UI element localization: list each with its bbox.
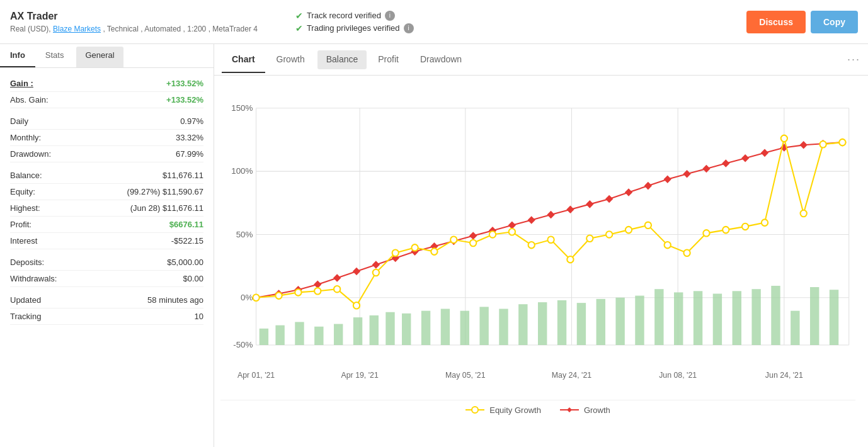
- svg-point-91: [334, 286, 340, 292]
- svg-point-99: [489, 231, 496, 237]
- info-icon-1[interactable]: i: [385, 11, 395, 21]
- svg-point-98: [470, 240, 476, 246]
- svg-rect-49: [713, 293, 722, 345]
- svg-point-104: [586, 235, 593, 241]
- svg-rect-25: [260, 329, 268, 345]
- daily-label: Daily: [10, 116, 28, 126]
- abs-gain-label: Abs. Gain:: [10, 95, 49, 105]
- verify-trading: ✔ Trading privileges verified i: [295, 23, 746, 33]
- svg-text:0%: 0%: [241, 293, 253, 302]
- svg-point-116: [819, 141, 826, 147]
- svg-rect-40: [538, 302, 547, 345]
- stat-deposits: Deposits: $5,000.00: [10, 254, 203, 271]
- left-tabs: Info Stats General: [0, 44, 214, 68]
- svg-rect-38: [499, 309, 508, 345]
- svg-point-90: [314, 288, 321, 294]
- interest-label: Interest: [10, 236, 37, 246]
- svg-point-117: [839, 139, 845, 145]
- svg-text:Jun 24, '21: Jun 24, '21: [765, 371, 803, 380]
- svg-point-101: [528, 242, 535, 248]
- stat-balance: Balance: $11,676.11: [10, 167, 203, 184]
- svg-rect-37: [479, 307, 488, 345]
- stat-interest: Interest -$522.15: [10, 233, 203, 249]
- stat-profit: Profit: $6676.11: [10, 217, 203, 233]
- legend-growth-label: Growth: [584, 405, 610, 415]
- svg-text:100%: 100%: [231, 166, 253, 176]
- svg-point-119: [472, 407, 478, 413]
- svg-point-105: [606, 231, 612, 237]
- tab-info[interactable]: Info: [0, 44, 35, 67]
- svg-point-93: [373, 269, 379, 276]
- svg-point-108: [665, 242, 671, 248]
- drawdown-value: 67.99%: [176, 149, 203, 159]
- svg-text:50%: 50%: [236, 230, 253, 239]
- gain-value: +133.52%: [166, 79, 203, 88]
- svg-point-112: [742, 224, 748, 230]
- verifications: ✔ Track record verified i ✔ Trading priv…: [283, 11, 746, 33]
- svg-point-114: [781, 135, 787, 142]
- svg-rect-46: [654, 289, 663, 345]
- chart-tabs: Chart Growth Balance Profit Drawdown ···: [214, 44, 868, 76]
- account-subtitle: Real (USD), Blaze Markets , Technical , …: [10, 25, 258, 33]
- tab-general[interactable]: General: [76, 47, 123, 67]
- header-actions: Discuss Copy: [746, 11, 858, 33]
- copy-button[interactable]: Copy: [811, 11, 858, 33]
- svg-rect-34: [421, 311, 430, 345]
- tab-chart[interactable]: Chart: [222, 47, 265, 73]
- tab-drawdown[interactable]: Drawdown: [410, 47, 472, 73]
- svg-point-92: [353, 302, 360, 308]
- legend-equity-label: Equity Growth: [489, 405, 541, 415]
- stat-gain: Gain : +133.52%: [10, 76, 203, 92]
- monthly-label: Monthly:: [10, 133, 41, 142]
- interest-value: -$522.15: [171, 236, 203, 246]
- tracking-label: Tracking: [10, 312, 41, 321]
- highest-label: Highest:: [10, 203, 40, 213]
- withdrawals-label: Withdrawals:: [10, 274, 57, 283]
- svg-rect-29: [334, 324, 343, 345]
- svg-rect-48: [694, 291, 702, 345]
- svg-rect-42: [577, 303, 586, 345]
- info-icon-2[interactable]: i: [404, 23, 414, 33]
- svg-rect-55: [830, 290, 838, 345]
- stats-content: Gain : +133.52% Abs. Gain: +133.52% Dail…: [0, 68, 214, 447]
- tab-stats[interactable]: Stats: [35, 44, 74, 67]
- stat-equity: Equity: (99.27%) $11,590.67: [10, 184, 203, 200]
- stat-tracking: Tracking 10: [10, 308, 203, 325]
- svg-text:150%: 150%: [231, 103, 253, 113]
- deposits-value: $5,000.00: [167, 257, 203, 267]
- discuss-button[interactable]: Discuss: [746, 11, 806, 33]
- svg-rect-36: [460, 311, 469, 345]
- highest-value: (Jun 28) $11,676.11: [130, 203, 203, 213]
- stat-withdrawals: Withdrawals: $0.00: [10, 271, 203, 287]
- svg-point-95: [411, 244, 418, 251]
- legend-equity: Equity Growth: [465, 405, 541, 415]
- tab-profit[interactable]: Profit: [368, 47, 409, 73]
- tab-growth[interactable]: Growth: [266, 47, 315, 73]
- chart-svg: 150% 100% 50% 0% -50% Apr 01, '21 Apr 19…: [220, 82, 855, 398]
- svg-rect-51: [751, 289, 760, 345]
- chart-more-button[interactable]: ···: [847, 53, 860, 66]
- legend-growth: Growth: [560, 405, 610, 415]
- svg-point-113: [762, 219, 768, 225]
- account-name: AX Trader: [10, 11, 258, 22]
- svg-rect-54: [810, 287, 819, 345]
- tab-balance[interactable]: Balance: [317, 50, 367, 69]
- svg-rect-1: [220, 82, 855, 398]
- svg-point-94: [392, 249, 399, 256]
- gain-label[interactable]: Gain :: [10, 79, 33, 88]
- svg-rect-45: [635, 296, 644, 345]
- svg-rect-35: [441, 309, 450, 345]
- svg-point-102: [547, 237, 554, 243]
- svg-point-100: [509, 229, 515, 235]
- svg-rect-50: [733, 291, 741, 345]
- svg-text:-50%: -50%: [233, 340, 253, 349]
- broker-link[interactable]: Blaze Markets: [53, 25, 101, 33]
- svg-point-96: [431, 248, 437, 254]
- svg-rect-27: [295, 322, 304, 345]
- monthly-value: 33.32%: [176, 133, 203, 142]
- deposits-label: Deposits:: [10, 257, 44, 267]
- check-icon-2: ✔: [295, 23, 303, 33]
- tracking-value: 10: [195, 312, 203, 321]
- svg-text:Jun 08, '21: Jun 08, '21: [659, 371, 697, 380]
- stat-abs-gain: Abs. Gain: +133.52%: [10, 92, 203, 108]
